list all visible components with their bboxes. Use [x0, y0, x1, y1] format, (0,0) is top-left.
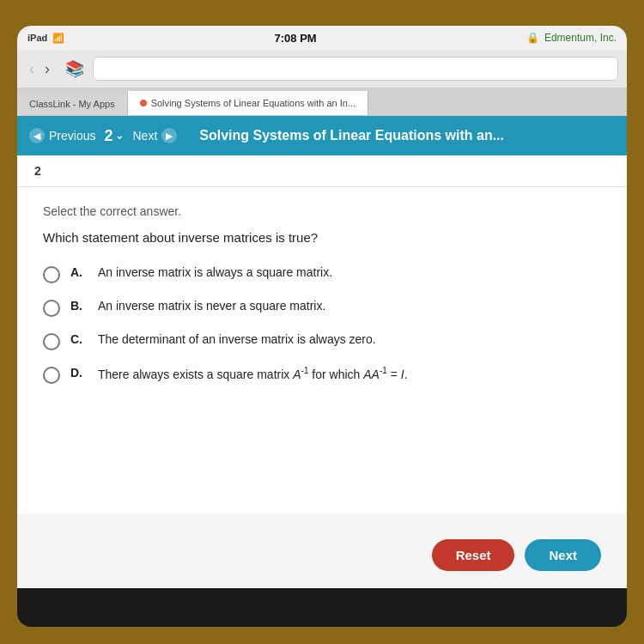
- option-c-label: C.: [70, 332, 88, 346]
- nav-arrows: ‹ ›: [26, 58, 53, 80]
- prev-icon: ◀: [29, 128, 45, 143]
- chevron-down-icon: ⌄: [115, 130, 124, 142]
- option-b[interactable]: B. An inverse matrix is never a square m…: [43, 299, 601, 317]
- next-button[interactable]: Next: [525, 539, 601, 571]
- browser-chrome: ‹ › 📚 ClassLink - My Apps Solving System…: [17, 50, 627, 116]
- option-c[interactable]: C. The determinant of an inverse matrix …: [43, 332, 601, 350]
- question-area: 2 Select the correct answer. Which state…: [17, 155, 627, 588]
- tab-solving-label: Solving Systems of Linear Equations with…: [151, 98, 355, 108]
- status-left: iPad 📶: [27, 33, 64, 44]
- wifi-icon: 📶: [52, 33, 64, 44]
- tab-classlink[interactable]: ClassLink - My Apps: [17, 93, 128, 115]
- browser-nav: ‹ › 📚: [17, 50, 627, 88]
- question-text: Which statement about inverse matrices i…: [43, 230, 601, 245]
- action-buttons: Reset Next: [17, 513, 627, 588]
- back-button[interactable]: ‹: [26, 58, 38, 80]
- previous-button[interactable]: ◀ Previous: [29, 128, 95, 143]
- option-a-text: An inverse matrix is always a square mat…: [98, 265, 332, 279]
- time-display: 7:08 PM: [275, 32, 317, 45]
- option-b-text: An inverse matrix is never a square matr…: [98, 299, 325, 313]
- answer-options: A. An inverse matrix is always a square …: [43, 265, 601, 384]
- radio-c[interactable]: [43, 333, 60, 350]
- edmentum-toolbar: ◀ Previous 2 ⌄ Next ▶ Solving Systems of…: [17, 116, 627, 155]
- option-d-label: D.: [70, 366, 88, 380]
- address-bar[interactable]: [93, 57, 618, 81]
- option-b-label: B.: [70, 299, 88, 313]
- option-d[interactable]: D. There always exists a square matrix A…: [43, 366, 601, 384]
- device-frame: iPad 📶 7:08 PM 🔒 Edmentum, Inc. ‹ › 📚 Cl…: [17, 26, 627, 627]
- question-number-control[interactable]: 2 ⌄: [104, 127, 124, 145]
- option-a[interactable]: A. An inverse matrix is always a square …: [43, 265, 601, 283]
- option-c-text: The determinant of an inverse matrix is …: [98, 332, 376, 346]
- forward-button[interactable]: ›: [41, 58, 53, 80]
- lock-icon: 🔒: [526, 32, 539, 44]
- option-a-label: A.: [70, 265, 88, 279]
- question-content: Select the correct answer. Which stateme…: [17, 187, 627, 513]
- tabs-bar: ClassLink - My Apps Solving Systems of L…: [17, 88, 627, 115]
- radio-a[interactable]: [43, 266, 60, 283]
- question-number: 2: [34, 164, 41, 178]
- lesson-title: Solving Systems of Linear Equations with…: [199, 128, 615, 143]
- option-d-text: There always exists a square matrix A-1 …: [98, 366, 408, 381]
- question-number-bar: 2: [17, 155, 627, 187]
- tab-classlink-label: ClassLink - My Apps: [29, 99, 115, 109]
- ipad-label: iPad: [27, 33, 47, 43]
- radio-d[interactable]: [43, 367, 60, 384]
- question-instruction: Select the correct answer.: [43, 204, 601, 218]
- bookmarks-icon[interactable]: 📚: [65, 59, 84, 78]
- next-icon: ▶: [161, 128, 177, 143]
- next-label-toolbar: Next: [132, 129, 157, 143]
- radio-b[interactable]: [43, 300, 60, 317]
- brand-name: Edmentum, Inc.: [544, 32, 617, 44]
- next-button-toolbar[interactable]: Next ▶: [132, 128, 177, 143]
- previous-label: Previous: [49, 129, 95, 143]
- tab-dot-icon: [140, 100, 147, 106]
- brand-display: 🔒 Edmentum, Inc.: [526, 32, 617, 44]
- question-num-display: 2: [104, 127, 112, 145]
- tab-solving[interactable]: Solving Systems of Linear Equations with…: [128, 91, 368, 115]
- reset-button[interactable]: Reset: [432, 539, 515, 571]
- status-bar: iPad 📶 7:08 PM 🔒 Edmentum, Inc.: [17, 26, 627, 50]
